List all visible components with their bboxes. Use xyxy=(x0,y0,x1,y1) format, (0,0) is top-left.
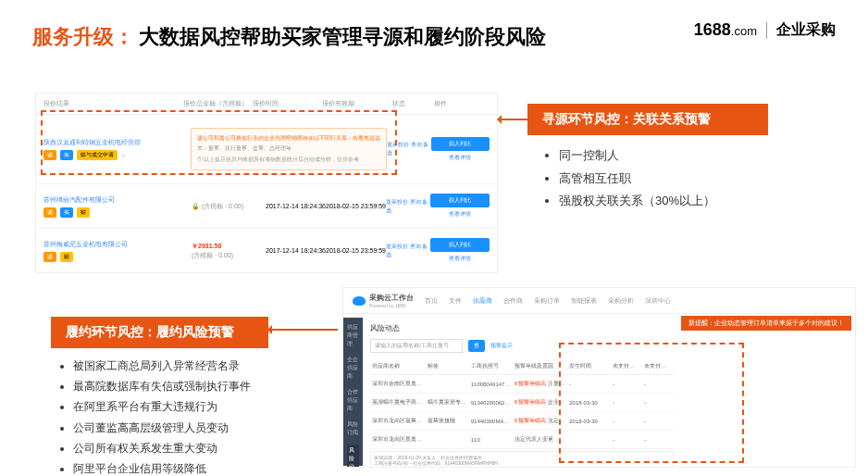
main-panel: 风险动态 请输入的应用名称/工商注册号 查 预警提示 供应商名称 标签 工商执照… xyxy=(363,318,681,466)
add-button[interactable]: 拟入列比 xyxy=(431,137,490,151)
nav-item[interactable]: 供应商 xyxy=(473,296,492,306)
lock-icon: 🔒 xyxy=(192,203,200,209)
col: 未支付金额（万） xyxy=(642,362,674,370)
table-row: 深圳市龙岗区星奥华灯饰厂 110 法定代表人变更 - - xyxy=(370,431,674,449)
dashboard-title: 采购云工作台 xyxy=(369,293,414,303)
col: 操作 xyxy=(434,99,490,108)
col: 供应商名称 xyxy=(370,362,426,370)
add-button[interactable]: 拟入列比 xyxy=(430,194,490,207)
sidebar-item[interactable]: 风险动态 xyxy=(347,445,359,468)
deadline: 2018-02-15 23:59:59 xyxy=(326,203,386,209)
table-header: 投价结果 报价总金额（含税额） 报价时间 报价有效期 状态 操作 xyxy=(36,94,497,115)
company-link[interactable]: 苏州梅威尼五金机电有限公司 xyxy=(43,240,192,249)
nav-item[interactable]: 采购订单 xyxy=(534,296,560,306)
price-sub: (含税额 · 0.00) xyxy=(202,203,243,209)
filter-label[interactable]: 预警提示 xyxy=(490,342,513,350)
screenshot-risk-dashboard: 采购云工作台 Powered by 1688 首页 文件 供应商 合作商 采购订… xyxy=(342,287,856,468)
divider xyxy=(766,22,767,39)
status-links[interactable]: 退采投价 查询 备选 xyxy=(387,141,431,157)
alert-banner: 新提醒：企业动态管理订单清单来源于多个对的建议！ xyxy=(681,316,851,331)
section-title: 风险动态 xyxy=(370,323,674,333)
badge: 实 xyxy=(60,150,73,160)
alert-box: 该公司和贵公司类似行业的企业代理经销商存在以下同行关系：有看先说说 本：董事、执… xyxy=(191,128,387,170)
badge: 赊与成交申请 xyxy=(77,150,118,160)
status-links[interactable]: 退采投价 查询 备选 xyxy=(386,198,430,215)
arrow-icon xyxy=(268,329,338,331)
status-links[interactable]: 退采投价 查询 备选 xyxy=(386,243,430,259)
sidebar-item[interactable]: 合作供应商 xyxy=(347,388,359,413)
company-link[interactable]: 苏州绮丽汽配件有限公司 xyxy=(43,195,192,205)
nav-item[interactable]: 采购分析 xyxy=(608,296,634,306)
cloud-icon xyxy=(353,296,366,306)
list-item: 阿里平台企业信用等级降低 xyxy=(73,458,264,476)
list-item: 同一控制人 xyxy=(559,144,759,168)
detail-link[interactable]: 查看详情 xyxy=(431,154,490,162)
list-item: 被国家工商总局列入异常经营名录 xyxy=(73,356,264,376)
sidebar-item[interactable]: 全企供应商 xyxy=(347,356,359,381)
logo-caigou: 企业采购 xyxy=(776,20,836,40)
callout-list: 被国家工商总局列入异常经营名录 最高院数据库有失信或强制执行事件 在阿里系平台有… xyxy=(51,348,268,476)
search-input[interactable]: 请输入的应用名称/工商注册号 xyxy=(370,339,463,353)
badge: 诚 xyxy=(43,207,56,218)
search-button[interactable]: 查 xyxy=(468,340,485,352)
nav-item[interactable]: 首页 xyxy=(425,296,438,306)
list-item: 最高院数据库有失信或强制执行事件 xyxy=(73,376,264,396)
callout-sourcing-risk: 寻源环节风控：关联关系预警 同一控制人 高管相互任职 强股权关联关系（30%以上… xyxy=(527,104,768,222)
title-text: 大数据风控帮助买家管理寻源和履约阶段风险 xyxy=(139,23,546,51)
table-row: 苏州绮丽汽配件有限公司 诚 实 赊 🔒 (含税额 · 0.00) 2017-12… xyxy=(36,184,497,229)
dashboard-subtitle: Powered by 1688 xyxy=(369,303,414,308)
table-row: 陕西汉龙通利特钢五金机电经营部 诚 实 赊与成交申请 ⌄ 该公司和贵公司类似行业… xyxy=(36,115,497,184)
callout-header: 履约环节风控：履约风险预警 xyxy=(51,317,268,348)
table-row: 苏州梅威尼五金机电有限公司 诚 赊 ￥2931.50(含税额 · 0.00) 2… xyxy=(36,229,497,273)
table-row: 芜湖蜗牛夏电子商务有限公司 蜗牛夏家居专营店 91340200062487958… xyxy=(370,394,674,412)
badge: 诚 xyxy=(43,150,56,160)
time: 2017-12-14 18:24:36 xyxy=(266,247,326,254)
badge: 赊 xyxy=(77,207,90,218)
alert-title: 该公司和贵公司类似行业的企业代理经销商存在以下同行关系：有看先说说 xyxy=(197,134,380,143)
callout-list: 同一控制人 高管相互任职 强股权关联关系（30%以上） xyxy=(527,135,768,222)
filter-row: 请输入的应用名称/工商注册号 查 预警提示 xyxy=(370,339,674,353)
alert-note: ① 以上提示信息均依据所有海纳数据统计后自动成分析，仅供参考 xyxy=(197,156,380,164)
price-sub: (含税额 · 0.00) xyxy=(192,252,233,258)
table-row: 深圳市金南区星奥华灯饰厂 110080491478582 Ⅱ 预警等级高 注册资… xyxy=(370,375,674,394)
arrow-icon xyxy=(498,119,527,120)
time: 2017-12-14 18:24:36 xyxy=(266,203,326,209)
logo-group: 1688.com 企业采购 xyxy=(694,20,836,40)
risk-table-header: 供应商名称 标签 工商执照号 预警等级及原因 发生时间 未支付订单数 未支付金额… xyxy=(370,358,674,375)
badge: 实 xyxy=(60,207,73,218)
alert-sub: 本：董事、执行董事、监事、总经理等 xyxy=(197,144,380,153)
col: 发生时间 xyxy=(567,362,611,370)
list-item: 公司所有权关系发生重大变动 xyxy=(73,438,264,458)
table-row: 深圳市龙岗区嘉莱华灯饰厂 嘉莱族旗舰 91440300MA5RMRHP8H Ⅱ … xyxy=(370,412,674,431)
col: 状态 xyxy=(392,99,434,108)
deadline: 2018-02-15 23:59:59 xyxy=(326,247,386,254)
dashboard-logo: 采购云工作台 Powered by 1688 xyxy=(353,293,414,308)
callout-header: 寻源环节风控：关联关系预警 xyxy=(527,104,768,135)
nav-item[interactable]: 智能报表 xyxy=(571,296,597,306)
nav-item[interactable]: 合作商 xyxy=(503,296,523,306)
detail-link[interactable]: 查看详情 xyxy=(430,210,490,219)
list-item: 强股权关联关系（30%以上） xyxy=(559,190,759,213)
dashboard-header: 采购云工作台 Powered by 1688 首页 文件 供应商 合作商 采购订… xyxy=(343,288,855,314)
sidebar-item[interactable]: 风险订阅 xyxy=(347,420,359,437)
col: 报价有效期 xyxy=(322,99,391,108)
col: 报价时间 xyxy=(253,99,322,108)
logo-1688: 1688.com xyxy=(694,20,757,40)
col: 工商执照号 xyxy=(469,362,513,370)
price: ￥2931.50 xyxy=(192,243,221,249)
list-item: 高管相互任职 xyxy=(559,168,759,191)
company-link[interactable]: 陕西汉龙通利特钢五金机电经营部 xyxy=(43,138,191,147)
detail-link[interactable]: 查看详情 xyxy=(430,255,490,263)
col: 预警等级及原因 xyxy=(513,362,568,370)
chevron-down-icon[interactable]: ⌄ xyxy=(121,152,126,157)
detail-info: 发现日期：2019-01-29 决策人：此会址住所经营场所工商注册号码/统一社会… xyxy=(370,451,674,468)
nav-item[interactable]: 深圳中心 xyxy=(645,296,671,306)
add-button[interactable]: 拟入列比 xyxy=(430,238,490,252)
list-item: 在阿里系平台有重大违规行为 xyxy=(73,396,264,417)
sidebar-item[interactable]: 供应商管理 xyxy=(347,323,359,348)
callout-fulfillment-risk: 履约环节风控：履约风险预警 被国家工商总局列入异常经营名录 最高院数据库有失信或… xyxy=(51,317,268,476)
sidebar: 供应商管理 全企供应商 合作供应商 风险订阅 风险动态 供应商认证 xyxy=(343,318,363,466)
nav-item[interactable]: 文件 xyxy=(449,296,462,306)
col: 未支付订单数 xyxy=(611,362,642,370)
list-item: 公司董监高高层级管理人员变动 xyxy=(73,418,264,438)
